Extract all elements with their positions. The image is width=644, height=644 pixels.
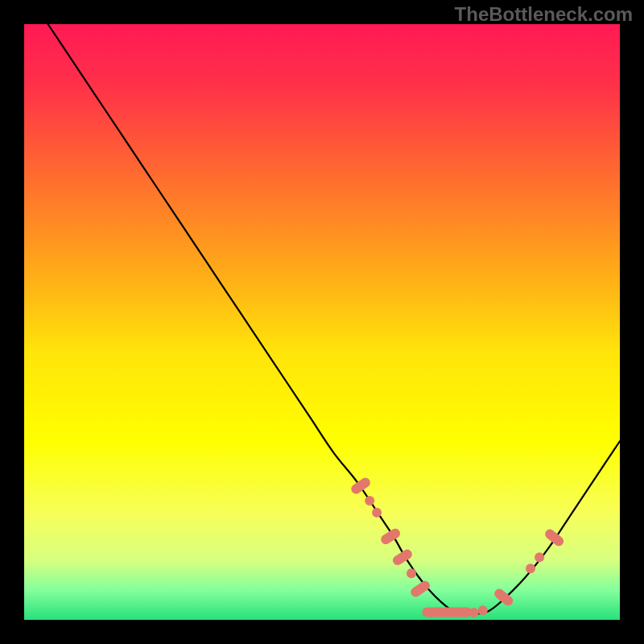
- curve-marker-dot: [478, 605, 488, 615]
- curve-marker-dot: [407, 568, 416, 578]
- curve-marker-flatband: [422, 607, 472, 617]
- curve-marker-dot: [372, 508, 382, 518]
- curve-marker-dot: [365, 496, 374, 506]
- curve-marker-dot: [526, 564, 535, 573]
- plot-background: [24, 24, 620, 620]
- watermark-text: TheBottleneck.com: [455, 3, 633, 26]
- curve-marker-dot: [535, 552, 544, 562]
- chart-container: TheBottleneck.com: [0, 0, 644, 644]
- bottleneck-chart: [0, 0, 644, 644]
- curve-marker-dot: [469, 608, 479, 617]
